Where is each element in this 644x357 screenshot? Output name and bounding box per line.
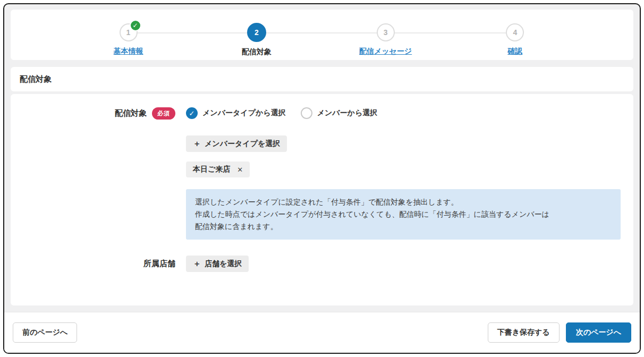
member-type-button-row: ＋ メンバータイプを選択 xyxy=(186,135,625,152)
step-4-number: 4 xyxy=(513,28,517,37)
footer-right-group: 下書き保存する 次のページへ xyxy=(488,322,631,343)
next-page-button[interactable]: 次のページへ xyxy=(566,322,631,343)
step-4-label-link[interactable]: 確認 xyxy=(472,47,557,56)
step-3-circle: 3 xyxy=(377,23,395,41)
section-title: 配信対象 xyxy=(20,74,52,84)
step-delivery-target: 2 配信対象 xyxy=(214,23,299,57)
step-3-label-link[interactable]: 配信メッセージ xyxy=(343,47,428,56)
step-2-number: 2 xyxy=(255,28,259,37)
selected-member-type-tag-label: 本日ご来店 xyxy=(193,165,230,174)
radio-checked-icon[interactable]: ✓ xyxy=(186,107,198,119)
extraction-info-box: 選択したメンバータイプに設定された「付与条件」で配信対象を抽出します。 作成した… xyxy=(186,189,621,240)
wizard-window: 1 ✓ 基本情報 2 配信対象 3 配信メッセージ 4 確認 配信対象 xyxy=(3,3,641,354)
selected-member-type-row: 本日ご来店 ✕ xyxy=(186,162,625,177)
radio-unchecked-icon[interactable] xyxy=(301,107,312,119)
footer-action-bar: 前のページへ 下書き保存する 次のページへ xyxy=(4,312,640,353)
step-2-circle: 2 xyxy=(247,23,266,42)
info-line-1: 選択したメンバータイプに設定された「付与条件」で配信対象を抽出します。 xyxy=(195,196,612,208)
step-1-complete-check-icon: ✓ xyxy=(130,20,141,31)
radio-member-label: メンバーから選択 xyxy=(317,108,378,118)
store-label: 所属店舗 xyxy=(143,259,175,269)
section-header: 配信対象 xyxy=(11,67,633,91)
add-store-button[interactable]: ＋ 店舗を選択 xyxy=(186,256,249,272)
add-member-type-button-label: メンバータイプを選択 xyxy=(205,139,280,149)
step-2-label: 配信対象 xyxy=(214,47,299,57)
step-1-number: 1 xyxy=(126,28,131,37)
delivery-target-row: 配信対象 必須 ✓ メンバータイプから選択 メンバーから選択 ＋ xyxy=(11,106,633,240)
step-1-label-link[interactable]: 基本情報 xyxy=(86,47,171,56)
store-label-col: 所属店舗 xyxy=(11,256,186,271)
form-content: 配信対象 必須 ✓ メンバータイプから選択 メンバーから選択 ＋ xyxy=(11,94,633,305)
delivery-target-controls: ✓ メンバータイプから選択 メンバーから選択 ＋ メンバータイプを選択 xyxy=(186,106,633,240)
store-row: 所属店舗 ＋ 店舗を選択 xyxy=(11,256,633,272)
add-member-type-button[interactable]: ＋ メンバータイプを選択 xyxy=(186,135,287,152)
delivery-target-label-col: 配信対象 必須 xyxy=(11,106,186,121)
info-line-2: 作成した時点ではメンバータイプが付与されていなくても、配信時に「付与条件」に該当… xyxy=(195,208,612,220)
step-basic-info: 1 ✓ 基本情報 xyxy=(86,23,171,56)
plus-icon: ＋ xyxy=(193,139,201,149)
stepper: 1 ✓ 基本情報 2 配信対象 3 配信メッセージ 4 確認 xyxy=(11,10,633,60)
radio-select-by-member[interactable]: メンバーから選択 xyxy=(301,107,378,119)
required-badge: 必須 xyxy=(152,107,175,120)
step-confirm: 4 確認 xyxy=(472,23,557,56)
radio-select-by-member-type[interactable]: ✓ メンバータイプから選択 xyxy=(186,107,286,119)
step-1-circle: 1 ✓ xyxy=(120,23,138,41)
info-line-3: 配信対象に含まれます。 xyxy=(195,220,612,233)
store-controls: ＋ 店舗を選択 xyxy=(186,256,633,272)
radio-member-type-label: メンバータイプから選択 xyxy=(202,108,286,118)
selected-member-type-tag: 本日ご来店 ✕ xyxy=(186,162,250,177)
save-draft-button[interactable]: 下書き保存する xyxy=(488,322,560,343)
plus-icon: ＋ xyxy=(193,259,201,269)
step-3-number: 3 xyxy=(384,28,388,37)
step-delivery-message: 3 配信メッセージ xyxy=(343,23,428,56)
remove-tag-icon[interactable]: ✕ xyxy=(237,166,243,174)
add-store-button-label: 店舗を選択 xyxy=(205,259,242,269)
delivery-target-label: 配信対象 xyxy=(115,108,147,118)
previous-page-button[interactable]: 前のページへ xyxy=(13,322,77,343)
stepper-connector-line xyxy=(129,32,515,33)
step-4-circle: 4 xyxy=(506,23,524,41)
target-radio-group: ✓ メンバータイプから選択 メンバーから選択 xyxy=(186,106,625,121)
